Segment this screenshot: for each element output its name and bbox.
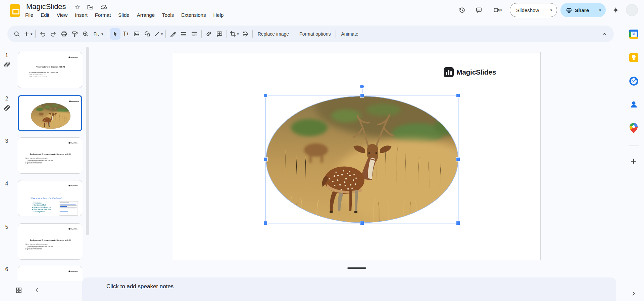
resize-handle-ne[interactable] xyxy=(456,94,460,97)
version-history-button[interactable] xyxy=(455,3,469,17)
insert-link-button[interactable] xyxy=(203,28,214,40)
crop-caret[interactable]: ▾ xyxy=(237,32,239,36)
slide-6-thumbnail[interactable]: MagicSlides xyxy=(18,266,82,281)
chevron-up-icon xyxy=(601,31,608,37)
slide-filmstrip: 1 MagicSlides Presentations in Seconds w… xyxy=(0,40,93,281)
search-menus-button[interactable] xyxy=(11,28,22,40)
move-folder-icon[interactable] xyxy=(87,4,94,10)
camera-dropdown-caret[interactable]: ▾ xyxy=(500,8,502,12)
gemini-button[interactable] xyxy=(609,3,623,17)
print-button[interactable] xyxy=(59,28,69,40)
new-slide-caret[interactable]: ▾ xyxy=(31,32,33,36)
resize-handle-w[interactable] xyxy=(264,158,267,161)
menu-edit[interactable]: Edit xyxy=(37,11,53,19)
deer-ellipse-image[interactable] xyxy=(266,96,458,223)
slide-2-thumbnail-selected[interactable]: MagicSlides xyxy=(18,95,82,131)
menu-format[interactable]: Format xyxy=(91,11,115,19)
open-comments-button[interactable] xyxy=(472,3,486,17)
replace-image-button[interactable]: Replace image xyxy=(254,31,292,37)
toolbar-divider xyxy=(227,30,227,38)
resize-handle-nw[interactable] xyxy=(264,94,267,97)
account-avatar[interactable] xyxy=(626,4,638,16)
share-button[interactable]: Share xyxy=(572,7,594,13)
resize-handle-se[interactable] xyxy=(456,221,460,225)
search-icon xyxy=(13,31,20,37)
rotation-handle[interactable] xyxy=(360,85,364,88)
line-caret[interactable]: ▾ xyxy=(161,32,163,36)
border-dash-button[interactable] xyxy=(189,28,200,40)
select-tool-button[interactable] xyxy=(110,28,120,40)
format-options-button[interactable]: Format options xyxy=(296,31,334,37)
menu-arrange[interactable]: Arrange xyxy=(133,11,158,19)
chevron-left-icon xyxy=(34,287,40,294)
notes-resize-handle[interactable] xyxy=(347,267,366,269)
magicslides-logo-icon xyxy=(444,67,454,77)
hide-menus-button[interactable] xyxy=(599,28,610,40)
cloud-saved-icon[interactable] xyxy=(100,4,107,10)
insert-image-button[interactable] xyxy=(131,28,142,40)
slide-5-thumbnail[interactable]: MagicSlides Professional Presentations i… xyxy=(18,223,82,260)
menu-help[interactable]: Help xyxy=(209,11,227,19)
reset-image-button[interactable] xyxy=(240,28,251,40)
slide-4-thumbnail[interactable]: MagicSlides What are the Parts of a WebQ… xyxy=(18,180,82,216)
keep-app-button[interactable] xyxy=(627,50,641,64)
paint-roller-icon xyxy=(71,31,78,37)
menu-insert[interactable]: Insert xyxy=(71,11,91,19)
speaker-notes-placeholder[interactable]: Click to add speaker notes xyxy=(106,283,174,290)
meet-camera-button[interactable]: ▾ xyxy=(489,3,506,17)
resize-handle-sw[interactable] xyxy=(264,221,267,225)
zoom-fit-caret: ▾ xyxy=(101,32,103,36)
redo-button[interactable] xyxy=(48,28,59,40)
resize-handle-e[interactable] xyxy=(456,158,460,161)
slide-number: 3 xyxy=(2,138,11,144)
menu-bar: File Edit View Insert Format Slide Arran… xyxy=(21,11,227,19)
google-side-panel: 31 xyxy=(623,21,644,283)
slides-app-icon[interactable] xyxy=(10,4,20,17)
speaker-notes-panel[interactable]: Click to add speaker notes xyxy=(82,277,616,301)
share-dropdown-button[interactable]: ▾ xyxy=(594,8,606,12)
document-title[interactable]: MagicSlides xyxy=(26,2,66,11)
undo-button[interactable] xyxy=(37,28,48,40)
get-add-ons-button[interactable] xyxy=(627,154,641,168)
slide-canvas[interactable]: MagicSlides xyxy=(173,52,541,260)
paint-format-button[interactable] xyxy=(69,28,80,40)
image-selection-box[interactable] xyxy=(265,95,458,223)
slideshow-button[interactable]: Slideshow xyxy=(510,7,545,13)
resize-handle-n[interactable] xyxy=(360,94,364,97)
menu-file[interactable]: File xyxy=(21,11,37,19)
crop-image-button[interactable]: ▾ xyxy=(229,28,240,40)
star-icon[interactable]: ☆ xyxy=(75,4,80,10)
slide-logo[interactable]: MagicSlides xyxy=(444,67,496,77)
crop-icon xyxy=(230,31,236,37)
calendar-app-button[interactable]: 31 xyxy=(627,27,641,41)
thumb-title: Presentations in Seconds with AI xyxy=(18,66,82,68)
collapse-filmstrip-button[interactable] xyxy=(32,285,42,296)
border-color-button[interactable] xyxy=(167,28,178,40)
menu-tools[interactable]: Tools xyxy=(158,11,178,19)
magicslides-logo-text: MagicSlides xyxy=(456,68,496,76)
contacts-app-button[interactable] xyxy=(627,97,641,112)
animate-button[interactable]: Animate xyxy=(338,31,361,37)
resize-handle-s[interactable] xyxy=(360,221,364,225)
slide-number: 4 xyxy=(2,181,11,187)
text-box-button[interactable]: T t xyxy=(120,28,131,40)
slide-3-thumbnail[interactable]: MagicSlides Professional Presentations i… xyxy=(18,137,82,174)
menu-view[interactable]: View xyxy=(53,11,71,19)
menu-extensions[interactable]: Extensions xyxy=(178,11,209,19)
zoom-fit-dropdown[interactable]: Fit ▾ xyxy=(91,31,106,37)
border-weight-button[interactable] xyxy=(178,28,189,40)
filmstrip-scrollbar[interactable] xyxy=(86,47,89,235)
zoom-in-button[interactable] xyxy=(80,28,91,40)
insert-shape-button[interactable] xyxy=(142,28,153,40)
slide-1-thumbnail[interactable]: MagicSlides Presentations in Seconds wit… xyxy=(18,52,82,88)
insert-line-button[interactable]: ▾ xyxy=(153,28,164,40)
grid-view-button[interactable] xyxy=(13,285,24,296)
tasks-app-button[interactable] xyxy=(627,74,641,88)
menu-slide[interactable]: Slide xyxy=(114,11,133,19)
slideshow-dropdown-button[interactable]: ▾ xyxy=(545,8,557,12)
slide-number: 2 xyxy=(2,96,11,102)
show-side-panel-button[interactable] xyxy=(628,288,639,299)
add-comment-button[interactable] xyxy=(214,28,225,40)
new-slide-button[interactable]: ▾ xyxy=(22,28,34,40)
maps-app-button[interactable] xyxy=(627,121,641,135)
